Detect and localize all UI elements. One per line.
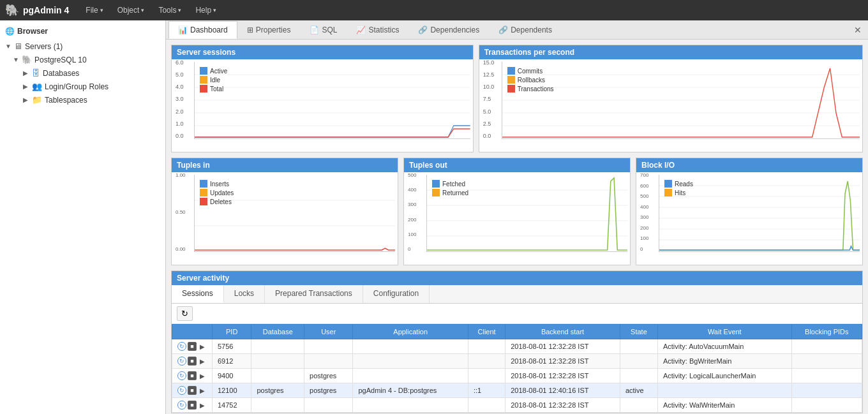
row-1-refresh-btn[interactable]: ↻ xyxy=(177,342,186,351)
row-5-client xyxy=(468,398,505,413)
transactions-color xyxy=(507,85,515,92)
row-2-user xyxy=(304,354,353,369)
legend-fetched: Fetched xyxy=(432,180,468,188)
row-2-refresh-btn[interactable]: ↻ xyxy=(177,357,186,366)
row-3-stop-btn[interactable]: ■ xyxy=(188,371,197,380)
table-header-row: PID Database User Application Client Bac… xyxy=(172,325,862,339)
tuples-in-area: Inserts Updates Deletes xyxy=(194,175,395,252)
legend-hits: Hits xyxy=(664,189,693,196)
block-io-area: Reads Hits xyxy=(659,175,860,252)
menu-file[interactable]: File ▾ xyxy=(79,3,109,17)
tablespaces-label: Tablespaces xyxy=(45,96,87,105)
th-user: User xyxy=(304,325,353,339)
row-3-blocking-pids xyxy=(791,369,862,383)
tree-toggle-loginroles[interactable]: ▶ xyxy=(23,83,29,90)
statistics-icon: 📈 xyxy=(356,26,366,34)
sidebar-item-postgresql[interactable]: ▼ 🐘 PostgreSQL 10 xyxy=(0,53,165,66)
row-4-backend-start: 2018-08-01 12:40:16 IST xyxy=(505,383,620,398)
tree-toggle-tablespaces[interactable]: ▶ xyxy=(23,96,29,103)
row-4-expand-btn[interactable]: ▶ xyxy=(198,386,207,395)
row-1-stop-btn[interactable]: ■ xyxy=(188,342,197,351)
block-io-chart: Block I/O 700 600 500 400 300 200 100 0 xyxy=(636,158,863,265)
tree-toggle-databases[interactable]: ▶ xyxy=(23,70,29,77)
tab-statistics[interactable]: 📈 Statistics xyxy=(347,21,408,39)
close-button[interactable]: ✕ xyxy=(850,24,865,36)
legend-updates: Updates xyxy=(200,189,234,196)
tuples-out-body: 500 400 300 200 100 0 Fetched xyxy=(404,172,630,265)
row-4-database: postgres xyxy=(251,383,304,398)
menu-object[interactable]: Object ▾ xyxy=(111,3,151,17)
tab-dashboard[interactable]: 📊 Dashboard xyxy=(168,21,237,39)
server-sessions-legend: Active Idle Total xyxy=(200,67,227,92)
menu-help[interactable]: Help ▾ xyxy=(189,3,223,17)
row-5-expand-btn[interactable]: ▶ xyxy=(198,401,207,410)
refresh-button[interactable]: ↻ xyxy=(177,306,193,321)
transactions-chart: Transactions per second 15.0 12.5 10.0 7… xyxy=(479,45,863,152)
activity-header: Server activity xyxy=(172,271,862,285)
sidebar-item-databases[interactable]: ▶ 🗄 Databases xyxy=(0,66,165,80)
tuples-in-y-axis: 1.00 0.50 0.00 xyxy=(174,172,187,252)
servers-label: Servers (1) xyxy=(25,42,63,51)
row-1-controls: ↻ ■ ▶ xyxy=(172,339,213,354)
row-1-user xyxy=(304,339,353,354)
row-5-state xyxy=(620,398,657,413)
row-1-blocking-pids xyxy=(791,339,862,354)
activity-tab-configuration[interactable]: Configuration xyxy=(363,285,430,303)
row-5-refresh-btn[interactable]: ↻ xyxy=(177,401,186,410)
menu-tools[interactable]: Tools ▾ xyxy=(152,3,188,17)
legend-active: Active xyxy=(200,67,227,75)
row-2-stop-btn[interactable]: ■ xyxy=(188,357,197,366)
topbar-menu: File ▾ Object ▾ Tools ▾ Help ▾ xyxy=(79,3,223,17)
tab-properties[interactable]: ⊞ Properties xyxy=(237,21,301,39)
transactions-body: 15.0 12.5 10.0 7.5 5.0 2.5 0.0 xyxy=(479,59,862,152)
tab-dependencies[interactable]: 🔗 Dependencies xyxy=(408,21,489,39)
sidebar-item-tablespaces[interactable]: ▶ 📁 Tablespaces xyxy=(0,93,165,107)
server-sessions-svg xyxy=(195,62,470,138)
returned-color xyxy=(432,189,440,196)
activity-tab-prepared-transactions[interactable]: Prepared Transactions xyxy=(265,285,363,303)
activity-toolbar: ↻ xyxy=(172,304,862,324)
row-3-expand-btn[interactable]: ▶ xyxy=(198,371,207,380)
transactions-legend: Commits Rollbacks Transactions xyxy=(507,67,554,92)
commits-color xyxy=(507,67,515,75)
table-row: ↻ ■ ▶ 14752 2018-08-01 1 xyxy=(172,398,862,413)
row-1-expand-btn[interactable]: ▶ xyxy=(198,342,207,351)
row-5-database xyxy=(251,398,304,413)
databases-label: Databases xyxy=(43,69,79,78)
row-1-application xyxy=(353,339,468,354)
activity-tab-locks[interactable]: Locks xyxy=(224,285,265,303)
tuples-in-legend: Inserts Updates Deletes xyxy=(200,180,234,205)
elephant-icon: 🐘 xyxy=(5,3,19,17)
tab-dependents[interactable]: 🔗 Dependents xyxy=(489,21,562,39)
row-4-pid: 12100 xyxy=(213,383,251,398)
row-5-backend-start: 2018-08-01 12:32:28 IST xyxy=(505,398,620,413)
server-sessions-header: Server sessions xyxy=(172,45,473,59)
chevron-down-icon: ▾ xyxy=(141,7,144,13)
row-2-expand-btn[interactable]: ▶ xyxy=(198,357,207,366)
th-controls xyxy=(172,325,213,339)
row-3-controls: ↻ ■ ▶ xyxy=(172,369,213,383)
row-2-backend-start: 2018-08-01 12:32:28 IST xyxy=(505,354,620,369)
row-4-refresh-btn[interactable]: ↻ xyxy=(177,386,186,395)
table-row: ↻ ■ ▶ 5756 2018-08-01 12 xyxy=(172,339,862,354)
app-logo: 🐘 pgAdmin 4 xyxy=(5,3,69,17)
app-name: pgAdmin 4 xyxy=(23,5,69,15)
tree-toggle-servers[interactable]: ▼ xyxy=(5,43,11,50)
row-5-stop-btn[interactable]: ■ xyxy=(188,401,197,410)
activity-tab-sessions[interactable]: Sessions xyxy=(172,285,224,303)
server-sessions-chart: Server sessions 6.0 5.0 4.0 3.0 2.0 1.0 … xyxy=(171,45,474,152)
row-3-refresh-btn[interactable]: ↻ xyxy=(177,371,186,380)
th-state: State xyxy=(620,325,657,339)
legend-transactions: Transactions xyxy=(507,85,554,92)
tab-sql[interactable]: 📄 SQL xyxy=(300,21,347,39)
sidebar-header: 🌐 Browser xyxy=(0,23,165,40)
row-3-client xyxy=(468,369,505,383)
sidebar-item-servers[interactable]: ▼ 🖥 Servers (1) xyxy=(0,40,165,53)
row-5-controls: ↻ ■ ▶ xyxy=(172,398,213,413)
tree-toggle-postgresql[interactable]: ▼ xyxy=(13,56,19,63)
th-backend-start: Backend start xyxy=(505,325,620,339)
table-row: ↻ ■ ▶ 9400 postgres 2018- xyxy=(172,369,862,383)
charts-row-2: Tuples in 1.00 0.50 0.00 Ins xyxy=(171,158,863,265)
row-4-stop-btn[interactable]: ■ xyxy=(188,386,197,395)
sidebar-item-loginroles[interactable]: ▶ 👥 Login/Group Roles xyxy=(0,80,165,93)
